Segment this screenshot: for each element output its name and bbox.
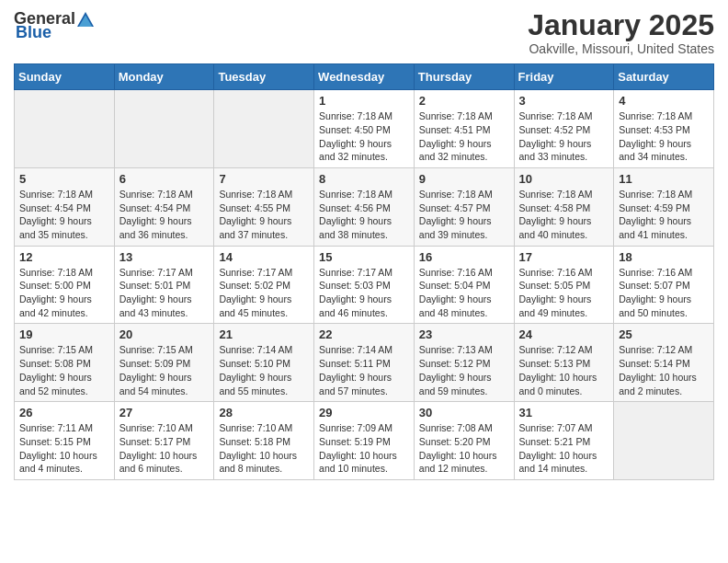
- day-number: 19: [19, 327, 109, 341]
- calendar-cell: 16Sunrise: 7:16 AMSunset: 5:04 PMDayligh…: [414, 246, 514, 324]
- day-number: 12: [19, 250, 109, 264]
- day-info: Sunrise: 7:18 AMSunset: 4:51 PMDaylight:…: [419, 109, 509, 164]
- day-info: Sunrise: 7:18 AMSunset: 4:56 PMDaylight:…: [319, 188, 409, 242]
- day-info: Sunrise: 7:14 AMSunset: 5:10 PMDaylight:…: [219, 343, 309, 397]
- day-info: Sunrise: 7:18 AMSunset: 4:52 PMDaylight:…: [519, 109, 609, 164]
- day-number: 21: [219, 327, 309, 341]
- location: Oakville, Missouri, United States: [528, 41, 714, 56]
- month-title: January 2025: [528, 9, 714, 41]
- day-info: Sunrise: 7:18 AMSunset: 4:54 PMDaylight:…: [119, 188, 210, 242]
- calendar-cell: 21Sunrise: 7:14 AMSunset: 5:10 PMDayligh…: [214, 324, 314, 402]
- day-number: 22: [319, 327, 409, 341]
- day-number: 30: [419, 406, 509, 419]
- day-number: 31: [519, 406, 609, 419]
- day-info: Sunrise: 7:17 AMSunset: 5:01 PMDaylight:…: [119, 266, 210, 320]
- day-info: Sunrise: 7:14 AMSunset: 5:11 PMDaylight:…: [319, 343, 409, 397]
- calendar-cell: 30Sunrise: 7:08 AMSunset: 5:20 PMDayligh…: [414, 402, 514, 480]
- calendar-cell: 2Sunrise: 7:18 AMSunset: 4:51 PMDaylight…: [414, 90, 514, 168]
- day-info: Sunrise: 7:07 AMSunset: 5:21 PMDaylight:…: [519, 421, 609, 476]
- day-number: 25: [619, 327, 709, 341]
- logo-blue: Blue: [16, 23, 51, 42]
- calendar-cell: 3Sunrise: 7:18 AMSunset: 4:52 PMDaylight…: [514, 90, 614, 168]
- day-number: 8: [319, 172, 409, 186]
- logo-icon: [77, 11, 94, 28]
- day-info: Sunrise: 7:18 AMSunset: 4:54 PMDaylight:…: [19, 188, 109, 242]
- day-number: 17: [519, 250, 609, 264]
- calendar-cell: 26Sunrise: 7:11 AMSunset: 5:15 PMDayligh…: [15, 402, 115, 480]
- calendar-cell: [114, 90, 214, 168]
- day-info: Sunrise: 7:16 AMSunset: 5:05 PMDaylight:…: [519, 266, 609, 320]
- day-info: Sunrise: 7:18 AMSunset: 4:53 PMDaylight:…: [619, 109, 709, 164]
- day-info: Sunrise: 7:11 AMSunset: 5:15 PMDaylight:…: [19, 421, 109, 476]
- calendar-week-row: 12Sunrise: 7:18 AMSunset: 5:00 PMDayligh…: [15, 246, 714, 324]
- day-number: 15: [319, 250, 409, 264]
- calendar-cell: 23Sunrise: 7:13 AMSunset: 5:12 PMDayligh…: [414, 324, 514, 402]
- weekday-header: Wednesday: [314, 64, 415, 90]
- day-number: 4: [619, 94, 709, 108]
- day-number: 3: [519, 94, 609, 108]
- calendar-cell: 13Sunrise: 7:17 AMSunset: 5:01 PMDayligh…: [114, 246, 214, 324]
- calendar-cell: 22Sunrise: 7:14 AMSunset: 5:11 PMDayligh…: [314, 324, 415, 402]
- day-number: 1: [319, 94, 409, 108]
- day-number: 24: [519, 327, 609, 341]
- day-number: 28: [219, 406, 309, 419]
- calendar-week-row: 19Sunrise: 7:15 AMSunset: 5:08 PMDayligh…: [15, 324, 714, 402]
- calendar-cell: 14Sunrise: 7:17 AMSunset: 5:02 PMDayligh…: [214, 246, 314, 324]
- page: General Blue January 2025 Oakville, Miss…: [0, 0, 728, 563]
- day-info: Sunrise: 7:18 AMSunset: 4:55 PMDaylight:…: [219, 188, 309, 242]
- calendar-cell: 15Sunrise: 7:17 AMSunset: 5:03 PMDayligh…: [314, 246, 415, 324]
- calendar-cell: [614, 402, 714, 480]
- day-number: 16: [419, 250, 509, 264]
- header: General Blue January 2025 Oakville, Miss…: [14, 9, 714, 56]
- day-info: Sunrise: 7:10 AMSunset: 5:18 PMDaylight:…: [219, 421, 309, 476]
- day-info: Sunrise: 7:16 AMSunset: 5:04 PMDaylight:…: [419, 266, 509, 320]
- calendar-cell: 29Sunrise: 7:09 AMSunset: 5:19 PMDayligh…: [314, 402, 415, 480]
- calendar-cell: 27Sunrise: 7:10 AMSunset: 5:17 PMDayligh…: [114, 402, 214, 480]
- calendar-cell: 19Sunrise: 7:15 AMSunset: 5:08 PMDayligh…: [15, 324, 115, 402]
- header-right: January 2025 Oakville, Missouri, United …: [528, 9, 714, 56]
- calendar-cell: 20Sunrise: 7:15 AMSunset: 5:09 PMDayligh…: [114, 324, 214, 402]
- day-number: 20: [119, 327, 210, 341]
- day-number: 6: [119, 172, 210, 186]
- calendar-cell: 8Sunrise: 7:18 AMSunset: 4:56 PMDaylight…: [314, 167, 415, 246]
- weekday-header: Thursday: [414, 64, 514, 90]
- day-info: Sunrise: 7:10 AMSunset: 5:17 PMDaylight:…: [119, 421, 210, 476]
- weekday-header: Tuesday: [214, 64, 314, 90]
- day-info: Sunrise: 7:13 AMSunset: 5:12 PMDaylight:…: [419, 343, 509, 397]
- calendar-cell: 11Sunrise: 7:18 AMSunset: 4:59 PMDayligh…: [614, 167, 714, 246]
- day-info: Sunrise: 7:18 AMSunset: 5:00 PMDaylight:…: [19, 266, 109, 320]
- calendar-cell: 5Sunrise: 7:18 AMSunset: 4:54 PMDaylight…: [15, 167, 115, 246]
- day-info: Sunrise: 7:18 AMSunset: 4:59 PMDaylight:…: [619, 188, 709, 242]
- day-number: 29: [319, 406, 409, 419]
- day-info: Sunrise: 7:18 AMSunset: 4:50 PMDaylight:…: [319, 109, 409, 164]
- calendar-cell: 10Sunrise: 7:18 AMSunset: 4:58 PMDayligh…: [514, 167, 614, 246]
- day-number: 7: [219, 172, 309, 186]
- day-number: 27: [119, 406, 210, 419]
- weekday-header-row: SundayMondayTuesdayWednesdayThursdayFrid…: [15, 64, 714, 90]
- calendar-cell: 28Sunrise: 7:10 AMSunset: 5:18 PMDayligh…: [214, 402, 314, 480]
- day-number: 11: [619, 172, 709, 186]
- day-number: 2: [419, 94, 509, 108]
- day-number: 13: [119, 250, 210, 264]
- day-info: Sunrise: 7:15 AMSunset: 5:09 PMDaylight:…: [119, 343, 210, 397]
- day-info: Sunrise: 7:08 AMSunset: 5:20 PMDaylight:…: [419, 421, 509, 476]
- calendar-week-row: 26Sunrise: 7:11 AMSunset: 5:15 PMDayligh…: [15, 402, 714, 480]
- calendar-cell: 9Sunrise: 7:18 AMSunset: 4:57 PMDaylight…: [414, 167, 514, 246]
- logo: General Blue: [14, 9, 94, 42]
- day-info: Sunrise: 7:12 AMSunset: 5:13 PMDaylight:…: [519, 343, 609, 397]
- day-info: Sunrise: 7:15 AMSunset: 5:08 PMDaylight:…: [19, 343, 109, 397]
- day-number: 23: [419, 327, 509, 341]
- calendar-cell: 7Sunrise: 7:18 AMSunset: 4:55 PMDaylight…: [214, 167, 314, 246]
- calendar-week-row: 1Sunrise: 7:18 AMSunset: 4:50 PMDaylight…: [15, 90, 714, 168]
- day-info: Sunrise: 7:12 AMSunset: 5:14 PMDaylight:…: [619, 343, 709, 397]
- day-number: 18: [619, 250, 709, 264]
- day-number: 5: [19, 172, 109, 186]
- calendar-week-row: 5Sunrise: 7:18 AMSunset: 4:54 PMDaylight…: [15, 167, 714, 246]
- day-info: Sunrise: 7:17 AMSunset: 5:02 PMDaylight:…: [219, 266, 309, 320]
- weekday-header: Saturday: [614, 64, 714, 90]
- day-info: Sunrise: 7:18 AMSunset: 4:58 PMDaylight:…: [519, 188, 609, 242]
- calendar-cell: 17Sunrise: 7:16 AMSunset: 5:05 PMDayligh…: [514, 246, 614, 324]
- calendar-cell: [214, 90, 314, 168]
- calendar-cell: 4Sunrise: 7:18 AMSunset: 4:53 PMDaylight…: [614, 90, 714, 168]
- day-number: 9: [419, 172, 509, 186]
